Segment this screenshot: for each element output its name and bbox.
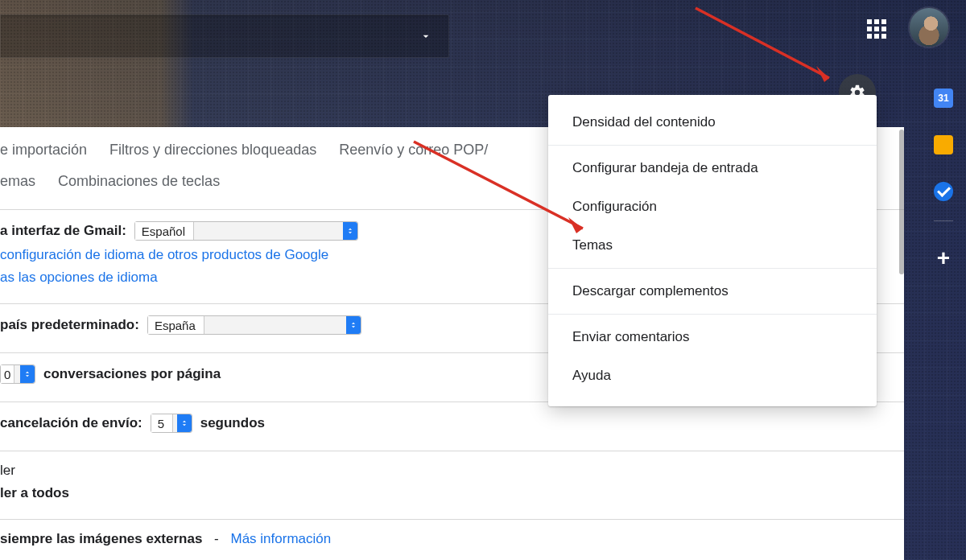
label-seconds: segundos [200, 415, 265, 431]
option-reply-all[interactable]: ler a todos [0, 485, 69, 501]
select-undo-seconds-value: 5 [151, 414, 173, 432]
menu-divider [548, 145, 877, 146]
chevron-updown-icon [177, 414, 192, 432]
select-language[interactable]: Español [134, 221, 358, 241]
select-country-value: España [148, 316, 204, 334]
tasks-app-icon[interactable] [934, 182, 953, 201]
section-undo-send: cancelación de envío: 5 segundos [0, 402, 904, 444]
menu-divider [548, 314, 877, 315]
label-gmail-language: a interfaz de Gmail: [0, 223, 126, 239]
menu-divider [548, 268, 877, 269]
calendar-app-icon[interactable]: 31 [934, 89, 953, 108]
scrollbar[interactable] [899, 130, 904, 274]
google-apps-icon[interactable] [867, 19, 886, 39]
search-options-caret-icon[interactable] [419, 30, 432, 43]
rail-divider [934, 220, 953, 221]
label-conversations-per-page: conversaciones por página [43, 366, 221, 382]
chevron-updown-icon [20, 365, 35, 383]
menu-item-density[interactable]: Densidad del contenido [548, 103, 877, 142]
label-default-country: país predeterminado: [0, 317, 139, 333]
menu-item-configure-inbox[interactable]: Configurar bandeja de entrada [548, 149, 877, 187]
menu-item-send-feedback[interactable]: Enviar comentarios [548, 318, 877, 356]
option-reply[interactable]: ler [0, 463, 15, 479]
link-learn-more[interactable]: Más información [230, 531, 331, 547]
select-page-size-value: 0 [1, 365, 14, 383]
select-country[interactable]: España [147, 315, 361, 335]
select-language-value: Español [135, 222, 194, 240]
tab-forwarding-pop[interactable]: Reenvío y correo POP/ [339, 142, 488, 159]
section-default-reply: ler ler a todos [0, 451, 904, 513]
tab-filters-blocked[interactable]: Filtros y direcciones bloqueadas [109, 142, 316, 159]
chevron-updown-icon [343, 222, 357, 240]
menu-item-help[interactable]: Ayuda [548, 356, 877, 395]
get-addons-plus-icon[interactable]: + [934, 249, 953, 268]
tab-accounts-import[interactable]: e importación [0, 142, 87, 159]
select-page-size[interactable]: 0 [0, 364, 35, 384]
chevron-updown-icon [346, 316, 361, 334]
menu-item-settings[interactable]: Configuración [548, 187, 877, 226]
label-external-images: siempre las imágenes externas [0, 531, 202, 547]
tab-themes[interactable]: emas [0, 173, 35, 190]
menu-item-themes[interactable]: Temas [548, 226, 877, 265]
menu-item-get-addons[interactable]: Descargar complementos [548, 272, 877, 311]
tab-keyboard-shortcuts[interactable]: Combinaciones de teclas [58, 173, 220, 190]
link-all-language-options[interactable]: as las opciones de idioma [0, 270, 158, 286]
search-bar[interactable] [0, 14, 449, 58]
link-other-products-language[interactable]: configuración de idioma de otros product… [0, 247, 328, 263]
select-undo-seconds[interactable]: 5 [151, 414, 192, 433]
account-avatar[interactable] [910, 8, 948, 47]
keep-app-icon[interactable] [934, 135, 953, 154]
label-undo-send: cancelación de envío: [0, 415, 142, 431]
section-external-images: siempre las imágenes externas - Más info… [0, 520, 904, 558]
settings-dropdown-menu: Densidad del contenido Configurar bandej… [548, 95, 877, 406]
side-panel: 31 + [921, 64, 966, 268]
